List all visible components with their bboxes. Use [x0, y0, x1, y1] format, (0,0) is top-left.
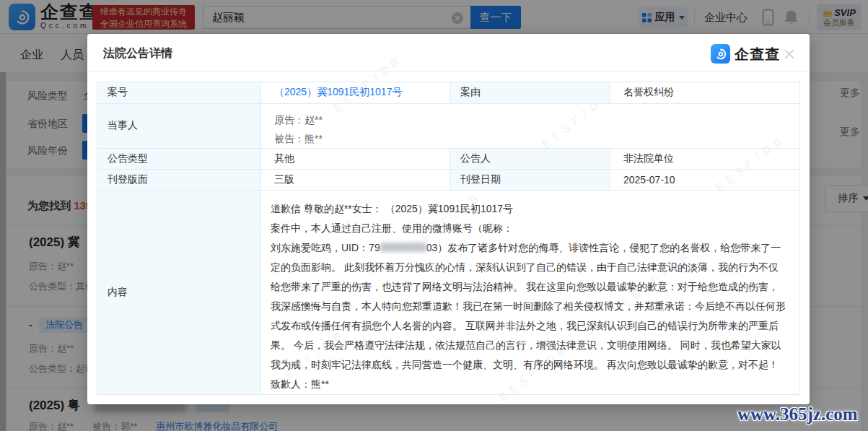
date-value: 2025-07-10 — [610, 170, 799, 190]
content-paragraph-1: 道歉信 尊敬的赵**女士： （2025）冀1091民初1017号 — [271, 199, 788, 219]
site-watermark: www.365jz.com — [737, 404, 858, 425]
close-icon[interactable] — [782, 47, 797, 61]
qcc-logo-icon-modal — [711, 44, 730, 64]
table-row-publication: 刊登版面 三版 刊登日期 2025-07-10 — [97, 169, 799, 190]
content-value: 道歉信 尊敬的赵**女士： （2025）冀1091民初1017号 案件中，本人通… — [260, 191, 799, 394]
content-paragraph-2: 案件中，本人通过自己注册、使用的微博账号（昵称： — [271, 219, 788, 238]
plaintiff-line: 原告：赵** — [274, 110, 799, 129]
party-value: 原告：赵** 被告：熊** — [260, 104, 799, 148]
content-label: 内容 — [97, 191, 260, 394]
party-label: 当事人 — [97, 104, 260, 148]
type-label: 公告类型 — [97, 149, 260, 169]
table-row-case: 案号 （2025）冀1091民初1017号 案由 名誉权纠纷 — [97, 82, 799, 103]
defendant-line: 被告：熊** — [274, 129, 799, 148]
case-no-link[interactable]: （2025）冀1091民初1017号 — [274, 86, 402, 99]
table-row-parties: 当事人 原告：赵** 被告：熊** — [97, 103, 799, 148]
cause-value: 名誉权纠纷 — [610, 82, 799, 103]
content-paragraph-3: 刘东施爱吃鸡，UID：7903）发布了诸多针对您的侮辱、诽谤性言论，侵犯了您的名… — [271, 238, 788, 394]
modal-header-divider — [87, 71, 810, 71]
table-row-type: 公告类型 其他 公告人 非法院单位 — [97, 148, 799, 169]
layout-value: 三版 — [260, 170, 450, 190]
court-announcement-modal: EESF7DB EESF7DB EESF7DB EESF7DB EESF7DB … — [87, 34, 810, 404]
modal-title: 法院公告详情 — [103, 46, 172, 61]
announcer-label: 公告人 — [450, 149, 610, 169]
type-value: 其他 — [260, 149, 450, 169]
layout-label: 刊登版面 — [97, 170, 260, 190]
table-row-content: 内容 道歉信 尊敬的赵**女士： （2025）冀1091民初1017号 案件中，… — [97, 190, 799, 394]
date-label: 刊登日期 — [450, 170, 610, 190]
qcc-spiral-glyph — [714, 48, 727, 61]
uid-redacted-blur — [380, 243, 426, 252]
content-p3-pre: 刘东施爱吃鸡，UID：79 — [271, 242, 380, 253]
announcer-value: 非法院单位 — [610, 149, 799, 169]
qcc-page: 企查查 Qcc.com 缔造有远见的商业传奇 全国企业信用查询系统 查一下 — [0, 0, 868, 431]
modal-brand-text: 企查查 — [735, 45, 780, 64]
cause-label: 案由 — [450, 82, 610, 103]
announcement-detail-table: 案号 （2025）冀1091民初1017号 案由 名誉权纠纷 当事人 原告：赵*… — [97, 82, 800, 395]
case-no-label: 案号 — [97, 82, 260, 103]
content-p3-post: 03）发布了诸多针对您的侮辱、诽谤性言论，侵犯了您的名誉权，给您带来了一定的负面… — [271, 242, 786, 390]
